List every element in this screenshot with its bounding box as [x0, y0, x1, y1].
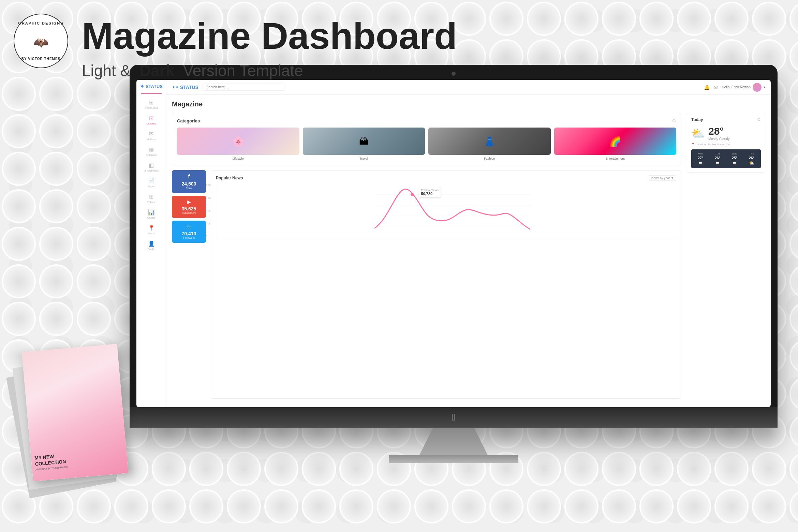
svg-point-134: [77, 227, 110, 260]
youtube-count: 35,625: [182, 206, 196, 211]
facebook-label: Fans: [186, 187, 192, 190]
category-fashion[interactable]: Fashion: [428, 128, 551, 160]
title-area: Magazine Dashboard Light & Dark Version …: [82, 17, 457, 80]
svg-point-13: [490, 2, 523, 35]
weather-card: Today ⚙ ⛅ 28° Mostly Cloudy: [687, 113, 765, 173]
content-area: Magazine Categories ⚙: [166, 95, 771, 407]
sidebar-item-calendar[interactable]: ▦ Calendar: [136, 144, 166, 159]
svg-point-177: [40, 302, 73, 335]
sidebar-label-charts: Charts: [147, 216, 156, 219]
category-lifestyle[interactable]: Lifestyle: [177, 128, 299, 160]
sidebar-logo: ✦ STATUS: [140, 83, 163, 90]
charts-icon: 📊: [148, 209, 155, 216]
mon-temp: 27°: [698, 156, 704, 160]
sidebar-item-ui-elements[interactable]: ◧ UI Elements: [136, 159, 166, 175]
svg-point-153: [790, 227, 798, 260]
travel-image: [303, 128, 425, 155]
youtube-label: Subscribers: [182, 211, 196, 215]
y-axis-labels: 60K 30K 20K 10K 0: [206, 183, 211, 238]
sidebar-label-calendar: Calendar: [146, 153, 157, 157]
categories-header: Categories ⚙: [177, 118, 676, 123]
categories-card: Categories ⚙ Lifestyle: [172, 113, 681, 165]
facebook-card[interactable]: f 24,500 Fans: [172, 170, 206, 193]
weather-settings-icon[interactable]: ⚙: [757, 117, 761, 122]
chart-title: Popular News: [216, 176, 243, 180]
notification-icon[interactable]: 🔔: [704, 85, 710, 90]
travel-label: Travel: [359, 157, 368, 160]
main-content: ✦✦ STATUS 🔔 ✉ Hello! Erick Rowan: [166, 80, 771, 407]
tooltip-value: 50,789: [421, 192, 439, 196]
wed-temp: 25°: [732, 156, 738, 160]
fashion-image: [428, 128, 551, 155]
svg-point-68: [77, 115, 110, 148]
sidebar-label-tables: Tables: [147, 201, 155, 204]
dashboard-icon: ⊞: [149, 99, 153, 106]
topnav-user[interactable]: Hello! Erick Rowan ▾: [722, 83, 765, 92]
topnav-search[interactable]: [203, 84, 284, 91]
category-travel[interactable]: Travel: [303, 128, 425, 160]
weather-header: Today ⚙: [691, 117, 761, 122]
category-entertainment[interactable]: Entertainment: [554, 128, 677, 160]
svg-point-65: [790, 77, 798, 110]
mail-topnav-icon[interactable]: ✉: [714, 85, 718, 90]
twitter-card[interactable]: 🐦 70,410 Followers: [172, 221, 206, 243]
sidebar-item-profile[interactable]: 👤 Profile: [136, 238, 166, 253]
svg-point-304: [678, 490, 710, 523]
sidebar-label-dashboard: Dashboard: [145, 106, 158, 109]
svg-point-285: [790, 453, 798, 485]
user-avatar: [753, 83, 762, 92]
calendar-icon: ▦: [149, 146, 154, 153]
svg-point-292: [227, 490, 260, 523]
monitor-base: [389, 455, 518, 463]
svg-point-43: [790, 40, 798, 73]
chart-tooltip: Political Views 50,789: [419, 187, 441, 197]
search-input[interactable]: [203, 84, 284, 91]
sidebar-label-pages: Pages: [147, 185, 155, 188]
weather-temperature: 28°: [708, 125, 730, 137]
svg-point-44: [2, 77, 35, 110]
svg-point-15: [565, 2, 598, 35]
chart-filter[interactable]: Views by year ▼: [649, 175, 676, 181]
two-col-layout: Categories ⚙ Lifestyle: [172, 113, 765, 399]
svg-point-21: [790, 2, 798, 35]
twitter-count: 70,410: [182, 231, 196, 236]
categories-settings-icon[interactable]: ⚙: [672, 118, 676, 123]
chart-svg: [228, 183, 676, 238]
book-cover: MY NEWCOLLECTION ANTHONY BOYD GRAPHICS: [22, 344, 128, 482]
svg-point-156: [77, 265, 110, 298]
monitor-stand: [419, 428, 488, 455]
youtube-card[interactable]: ▶ 35,625 Subscribers: [172, 196, 206, 218]
pages-icon: 📄: [148, 178, 155, 184]
svg-point-290: [152, 490, 185, 523]
twitter-label: Followers: [183, 236, 195, 239]
svg-point-66: [2, 115, 35, 148]
sidebar-item-layouts[interactable]: ⊡ Layouts: [136, 112, 166, 128]
y-label-0: 0: [206, 235, 211, 238]
svg-point-87: [790, 115, 798, 148]
svg-point-12: [453, 2, 485, 35]
monitor: ✦ STATUS ⊞ Dashboard ⊡ Layouts ✉ Mailb: [130, 65, 778, 428]
svg-point-46: [77, 77, 110, 110]
svg-point-294: [302, 490, 335, 523]
forecast-wed: Wed 25° 🌧: [727, 152, 742, 165]
svg-point-89: [40, 152, 73, 185]
categories-grid: Lifestyle Travel: [177, 128, 676, 160]
sidebar-label-layouts: Layouts: [146, 122, 156, 125]
sidebar-item-pages[interactable]: 📄 Pages: [136, 175, 166, 191]
sidebar-item-maps[interactable]: 📍 Maps: [136, 222, 166, 238]
svg-point-291: [190, 490, 223, 523]
sidebar-item-dashboard[interactable]: ⊞ Dashboard: [136, 97, 166, 112]
facebook-icon: f: [188, 174, 190, 180]
sidebar-item-mailbox[interactable]: ✉ Mailbox: [136, 128, 166, 144]
svg-point-295: [340, 490, 373, 523]
sub-title: Light & Dark Version Template: [82, 61, 457, 80]
svg-point-90: [77, 152, 110, 185]
svg-point-178: [77, 302, 110, 335]
svg-point-18: [678, 2, 710, 35]
sidebar-item-tables[interactable]: ⊞ Tables: [136, 191, 166, 206]
svg-point-67: [40, 115, 73, 148]
weather-cloud-icon: ⛅: [691, 127, 705, 140]
sidebar-item-charts[interactable]: 📊 Charts: [136, 206, 166, 222]
svg-point-299: [490, 490, 523, 523]
forecast-mon: Mon 27° 🌧: [693, 152, 708, 165]
